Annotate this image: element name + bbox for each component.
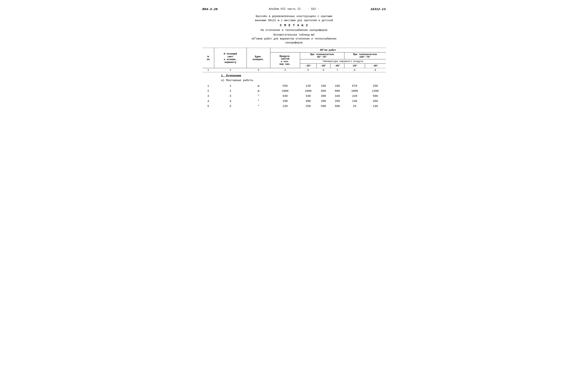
table-header-row1: №пп № позицийсметк основн.варианту Един.… xyxy=(202,48,386,52)
table-row: 4 4 " 100 400 280 350 140 260 xyxy=(202,99,386,104)
row5-v2: 500 xyxy=(316,104,330,109)
col-num-5: 5 xyxy=(300,68,316,72)
row4-v5: 260 xyxy=(365,99,386,104)
col-150-70-header: При теплоносителе150°-70° xyxy=(344,52,386,59)
row5-v4: 25 xyxy=(344,104,365,109)
table-row: 1 1 м 550 120 160 160 670 250 xyxy=(202,84,386,89)
title-line2: ваннами 50х21 м с местами для зрителей и… xyxy=(202,19,386,23)
col-predusm-header: Предусм.сметойк осн.вар лан. xyxy=(270,52,300,68)
row2-unit: м xyxy=(247,89,270,94)
row5-v5: 140 xyxy=(365,104,386,109)
subtitle3: об"емов работ для вариантов отопления и … xyxy=(202,37,386,41)
main-table: №пп № позицийсметк основн.варианту Един.… xyxy=(202,48,386,109)
col-num-8: 8 xyxy=(344,68,365,72)
doc-number-left: R94-3-28 xyxy=(202,7,218,11)
row1-v2: 160 xyxy=(316,84,330,89)
row3-num: 3 xyxy=(202,94,214,99)
row3-v3: 340 xyxy=(330,94,344,99)
row5-unit: " xyxy=(247,104,270,109)
smeta-number: С М Е Т А № 2 xyxy=(202,24,386,27)
row1-v0: 550 xyxy=(270,84,300,89)
row1-v4: 670 xyxy=(344,84,365,89)
col-num-3: 3 xyxy=(247,68,270,72)
row4-v4: 140 xyxy=(344,99,365,104)
table-row: 5 5 " 120 250 500 500 25 140 xyxy=(202,104,386,109)
col-unit-header: Един.измерен. xyxy=(247,48,270,68)
row1-pos: 1 xyxy=(214,84,247,89)
subsection-montage: а) Монтажные работы xyxy=(202,78,386,84)
row1-v3: 160 xyxy=(330,84,344,89)
col-95-70-header: При теплоносителе95°-70° xyxy=(300,52,344,59)
subtitle2: Вспомогательная таблица №4 xyxy=(202,33,386,37)
row5-v3: 500 xyxy=(330,104,344,109)
title-line1: Бассейн в деревожлеенных конструкциях с … xyxy=(202,14,386,19)
row1-num: 1 xyxy=(202,84,214,89)
row3-v1: 330 xyxy=(300,94,316,99)
col-t2-header: -30° xyxy=(316,64,330,68)
row3-unit: " xyxy=(247,94,270,99)
col-temp-header: Температура наружного воздуха xyxy=(300,59,386,64)
row1-v1: 120 xyxy=(300,84,316,89)
row4-pos: 4 xyxy=(214,99,247,104)
subtitle1: На отопление и теплоснабжение калориферо… xyxy=(202,28,386,32)
col-num-1: 1 xyxy=(202,68,214,72)
album-info: Альбом VII часть II - 322 - xyxy=(269,7,319,11)
col-t1-header: -20° xyxy=(300,64,316,68)
table-col-numbers: 1 2 3 4 5 6 7 8 9 xyxy=(202,68,386,72)
table-row: 2 2 м 1000 1000 850 900 1000 1200 xyxy=(202,89,386,94)
col-num-2: 2 xyxy=(214,68,247,72)
col-num-6: 6 xyxy=(316,68,330,72)
subsection-heading-text: а) Монтажные работы xyxy=(221,79,253,82)
col-num-header: №пп xyxy=(202,48,214,68)
col-num-4: 4 xyxy=(270,68,300,72)
col-t5-header: -40° xyxy=(365,64,386,68)
row3-pos: 3 xyxy=(214,94,247,99)
row3-v4: 220 xyxy=(344,94,365,99)
col-volume-header: Об"ем работ xyxy=(270,48,386,52)
subtitle-table: Вспомогательная таблица №4 об"емов работ… xyxy=(202,33,386,45)
row2-v1: 1000 xyxy=(300,89,316,94)
col-t3-header: -40° xyxy=(330,64,344,68)
row2-v4: 1000 xyxy=(344,89,365,94)
row5-pos: 5 xyxy=(214,104,247,109)
row4-v0: 100 xyxy=(270,99,300,104)
row4-num: 4 xyxy=(202,99,214,104)
doc-number-right: 16312-13 xyxy=(370,7,386,11)
row5-num: 5 xyxy=(202,104,214,109)
row4-v2: 280 xyxy=(316,99,330,104)
row2-v2: 850 xyxy=(316,89,330,94)
main-title-block: Бассейн в деревожлеенных конструкциях с … xyxy=(202,14,386,23)
row4-v1: 400 xyxy=(300,99,316,104)
row2-v0: 1000 xyxy=(270,89,300,94)
row2-v3: 900 xyxy=(330,89,344,94)
row2-v5: 1200 xyxy=(365,89,386,94)
col-pos-header: № позицийсметк основн.варианту xyxy=(214,48,247,68)
col-t4-header: -20° xyxy=(344,64,365,68)
row1-v5: 250 xyxy=(365,84,386,89)
page-header: R94-3-28 Альбом VII часть II - 322 - 163… xyxy=(202,7,386,11)
row5-v1: 250 xyxy=(300,104,316,109)
row2-pos: 2 xyxy=(214,89,247,94)
section-heating: 1. Отопление xyxy=(202,72,386,78)
album-line1: Альбом VII часть II xyxy=(269,7,301,11)
row3-v2: 300 xyxy=(316,94,330,99)
row3-v5: 500 xyxy=(365,94,386,99)
subtitle4: калориферов xyxy=(202,41,386,45)
table-row: 3 3 " 630 330 300 340 220 500 xyxy=(202,94,386,99)
row4-unit: " xyxy=(247,99,270,104)
row1-unit: м xyxy=(247,84,270,89)
row3-v0: 630 xyxy=(270,94,300,99)
row4-v3: 350 xyxy=(330,99,344,104)
page-number: - 322 - xyxy=(308,7,319,11)
col-num-7: 7 xyxy=(330,68,344,72)
row5-v0: 120 xyxy=(270,104,300,109)
section-heading-text: 1. Отопление xyxy=(221,74,241,77)
row2-num: 2 xyxy=(202,89,214,94)
col-num-9: 9 xyxy=(365,68,386,72)
